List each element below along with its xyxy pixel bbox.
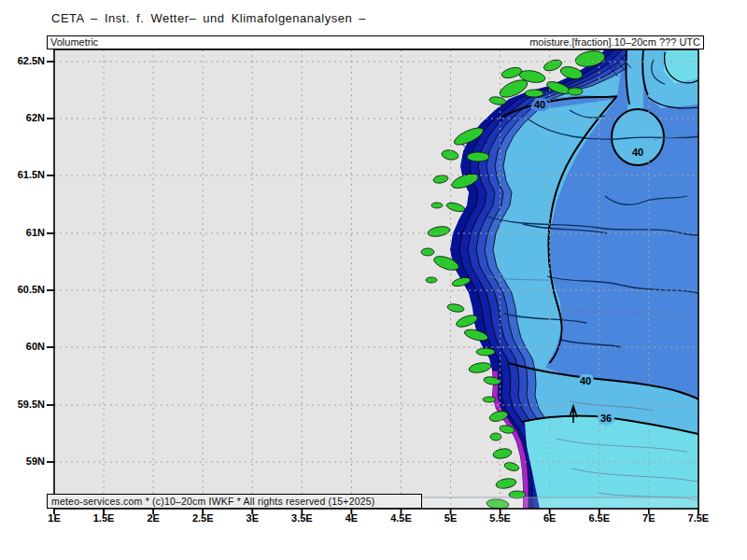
lat-label: 60.5N xyxy=(2,284,45,296)
contour-label-40-c: 40 xyxy=(580,375,591,386)
lon-label: 6.5E xyxy=(579,512,620,525)
lat-label: 61.5N xyxy=(2,169,45,181)
lon-label: 6E xyxy=(529,512,571,525)
lon-label: 1E xyxy=(34,512,75,525)
lon-label: 2.5E xyxy=(182,512,223,525)
credit-bar: meteo-services.com * (c)10–20cm IWKF * A… xyxy=(47,494,422,509)
lat-label: 59.5N xyxy=(2,399,45,411)
lat-label: 62N xyxy=(2,112,45,124)
lon-label: 4.5E xyxy=(380,512,421,525)
contour-label-40-a: 40 xyxy=(534,99,545,110)
lat-label: 61N xyxy=(2,227,45,239)
credit-text: meteo-services.com * (c)10–20cm IWKF * A… xyxy=(51,496,375,507)
lon-label: 5.5E xyxy=(480,512,521,525)
lon-label: 3E xyxy=(232,512,273,525)
lon-label: 5E xyxy=(430,512,472,525)
lon-label: 4E xyxy=(331,512,372,525)
weather-map-page: CETA – Inst. f. Wetter– und Klimafolgena… xyxy=(0,0,747,560)
footer-line-overlay xyxy=(420,497,698,509)
lat-label: 59N xyxy=(2,455,45,468)
lat-label: 60N xyxy=(2,341,45,353)
lon-label: 2E xyxy=(133,512,174,525)
contour-label-36: 36 xyxy=(600,413,612,424)
moisture-map: 40 40 40 36 xyxy=(0,0,747,560)
lon-label: 7.5E xyxy=(678,512,719,525)
lat-label: 62.5N xyxy=(2,55,45,67)
lon-label: 7E xyxy=(628,512,669,525)
lon-label: 3.5E xyxy=(281,512,322,525)
contour-label-40-b: 40 xyxy=(632,147,643,158)
lon-label: 1.5E xyxy=(83,512,124,525)
